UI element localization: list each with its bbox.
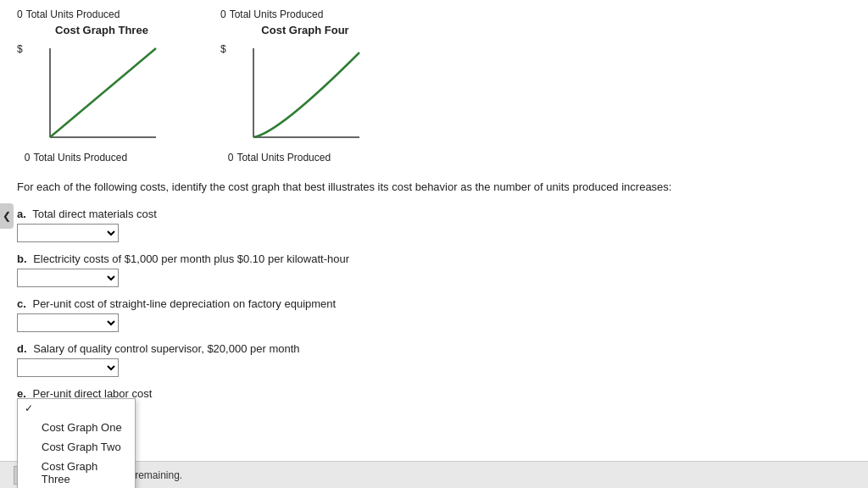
questions-section: For each of the following costs, identif… bbox=[17, 179, 851, 422]
question-b-select[interactable]: Cost Graph One Cost Graph Two Cost Graph… bbox=[17, 269, 119, 287]
dropdown-item-two[interactable]: Cost Graph Two bbox=[18, 437, 135, 449]
question-b-label: b. Electricity costs of $1,000 per month… bbox=[17, 252, 851, 265]
question-e: e. Per-unit direct labor cost Cost Graph… bbox=[17, 387, 851, 422]
graph-four-x-zero: 0 bbox=[228, 152, 234, 164]
left-arrow-icon: ❮ bbox=[3, 210, 11, 222]
graph-three-top-label: 0 Total Units Produced bbox=[17, 8, 120, 20]
question-d-label: d. Salary of quality control supervisor,… bbox=[17, 342, 851, 355]
question-e-label: e. Per-unit direct labor cost bbox=[17, 387, 851, 400]
instructions-text: For each of the following costs, identif… bbox=[17, 179, 851, 196]
graphs-top-row: 0 Total Units Produced Cost Graph Three … bbox=[17, 0, 851, 164]
graph-three-x-label: Total Units Produced bbox=[33, 152, 127, 164]
question-a: a. Total direct materials cost Cost Grap… bbox=[17, 208, 851, 242]
graph-three-container: 0 Total Units Produced Cost Graph Three … bbox=[17, 8, 186, 164]
graph-four-top-units: Total Units Produced bbox=[230, 8, 324, 20]
question-a-select[interactable]: Cost Graph One Cost Graph Two Cost Graph… bbox=[17, 224, 119, 242]
graph-three-svg bbox=[25, 40, 160, 150]
graph-four-y-label: $ bbox=[220, 43, 226, 55]
dropdown-item-one[interactable]: Cost Graph One bbox=[18, 418, 135, 437]
graph-three-x-zero: 0 bbox=[25, 152, 31, 164]
graph-four-x-label: Total Units Produced bbox=[236, 152, 331, 164]
dropdown-two-label: Cost Graph Two bbox=[42, 441, 121, 449]
dropdown-overlay[interactable]: ✓ Cost Graph One Cost Graph Two Cost Gra… bbox=[17, 398, 136, 449]
graph-three-top-zero: 0 bbox=[17, 8, 23, 20]
dropdown-one-label: Cost Graph One bbox=[42, 421, 122, 434]
graph-three-title: Cost Graph Three bbox=[17, 24, 186, 36]
graph-four-container: 0 Total Units Produced Cost Graph Four $… bbox=[220, 8, 390, 164]
graph-four-svg bbox=[228, 40, 364, 150]
question-c-label: c. Per-unit cost of straight-line deprec… bbox=[17, 297, 851, 310]
graph-four-top-label: 0 Total Units Produced bbox=[220, 8, 323, 20]
graph-four-title: Cost Graph Four bbox=[220, 24, 390, 36]
question-a-label: a. Total direct materials cost bbox=[17, 208, 851, 220]
checkmark-blank: ✓ bbox=[25, 402, 36, 414]
left-arrow-tab[interactable]: ❮ bbox=[0, 203, 14, 229]
dropdown-item-blank[interactable]: ✓ bbox=[18, 399, 135, 418]
graph-three-y-label: $ bbox=[17, 43, 23, 55]
graph-three-top-units: Total Units Produced bbox=[26, 8, 120, 20]
question-c: c. Per-unit cost of straight-line deprec… bbox=[17, 297, 851, 332]
question-b: b. Electricity costs of $1,000 per month… bbox=[17, 252, 851, 287]
question-d: d. Salary of quality control supervisor,… bbox=[17, 342, 851, 377]
question-c-select[interactable]: Cost Graph One Cost Graph Two Cost Graph… bbox=[17, 313, 119, 332]
question-d-select[interactable]: Cost Graph One Cost Graph Two Cost Graph… bbox=[17, 358, 119, 377]
graph-four-top-zero: 0 bbox=[220, 8, 226, 20]
